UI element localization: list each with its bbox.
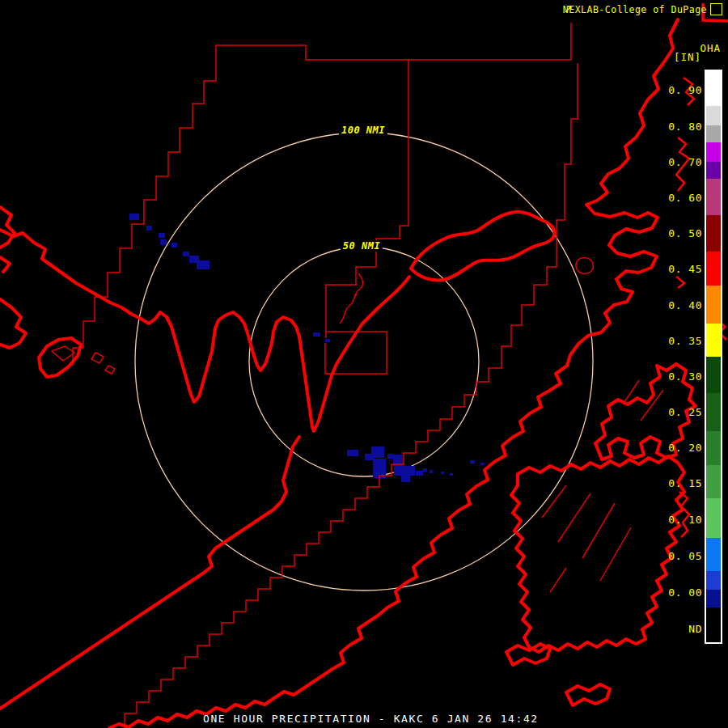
scale-segment — [706, 357, 721, 393]
precip-echo-central-cluster — [401, 475, 410, 482]
precipitation-echoes — [129, 214, 485, 482]
scale-segment — [706, 538, 721, 571]
precip-echo-northwest-streak — [146, 226, 152, 231]
small-islands-west — [52, 346, 115, 374]
scale-segment — [706, 215, 721, 252]
scale-segment — [706, 286, 721, 324]
scale-segment — [706, 498, 721, 538]
boundary-stair-northwest — [73, 45, 281, 366]
scale-segment — [706, 125, 721, 142]
river-detail — [340, 273, 363, 324]
scale-label: 0. 00 — [637, 586, 702, 599]
product-title: ONE HOUR PRECIPITATION - KAKC 6 JAN 26 1… — [203, 713, 539, 725]
scale-segment — [706, 106, 721, 125]
scale-segment — [706, 431, 721, 465]
precip-echo-central-cluster — [347, 450, 358, 456]
range-rings — [135, 133, 593, 590]
precip-echo-small-spots — [325, 339, 330, 342]
precip-echo-northwest-streak — [159, 233, 165, 238]
scale-segment — [706, 324, 721, 357]
scale-label: 0. 70 — [637, 156, 702, 168]
precip-echo-central-cluster — [394, 466, 415, 476]
precip-echo-central-cluster — [423, 468, 427, 472]
precip-echo-central-cluster — [441, 472, 444, 474]
precip-echo-northwest-streak — [160, 239, 167, 245]
scale-label: ND — [637, 623, 702, 635]
scale-label: 0. 10 — [637, 514, 702, 526]
scale-label: 0. 30 — [637, 370, 702, 383]
scale-label: 0. 80 — [637, 121, 702, 133]
precip-echo-northwest-streak — [183, 252, 189, 256]
trinity-islands — [506, 644, 610, 705]
scale-segment — [706, 393, 721, 431]
units-label: [IN] — [674, 51, 701, 63]
scale-segment — [706, 179, 721, 215]
precip-echo-central-cluster — [416, 471, 423, 476]
scale-label: 0. 25 — [637, 406, 702, 418]
scale-segment — [706, 162, 721, 179]
precip-echo-central-cluster — [480, 463, 485, 465]
scale-label: 0. 40 — [637, 299, 702, 311]
nexlab-logo-icon — [710, 3, 722, 15]
bristol-bay-coast — [0, 230, 409, 431]
precip-echo-northwest-streak — [171, 243, 177, 248]
precip-echo-northwest-streak — [129, 214, 139, 220]
scale-label: 0. 60 — [637, 192, 702, 204]
precip-echo-central-cluster — [371, 447, 384, 458]
precip-echo-central-cluster — [430, 470, 433, 473]
precip-echo-central-cluster — [387, 454, 393, 459]
scale-segment — [706, 252, 721, 286]
scale-segment — [706, 590, 721, 607]
radar-display: NEXLAB-College of DuPage OHA [IN] 100 NM… — [0, 0, 728, 728]
precip-echo-small-spots — [313, 332, 320, 336]
scale-segment — [706, 465, 721, 498]
boundary-top — [281, 23, 571, 60]
scale-label: 0. 35 — [637, 335, 702, 347]
range-ring-100nmi — [135, 133, 593, 590]
scale-label: 0. 45 — [637, 263, 702, 275]
scale-label: 0. 90 — [637, 84, 702, 96]
west-edge-coast-fragments — [0, 207, 26, 348]
product-code-label: OHA — [700, 42, 721, 54]
scale-label: 0. 20 — [637, 442, 702, 454]
precip-echo-central-cluster — [450, 473, 453, 476]
scale-label: 0. 50 — [637, 227, 702, 239]
precip-echo-northwest-streak — [197, 260, 210, 269]
radar-map — [0, 0, 728, 728]
precip-echo-central-cluster — [470, 460, 475, 463]
precip-color-scale — [705, 70, 722, 644]
small-lake-outline — [576, 258, 593, 274]
scale-segment — [706, 607, 721, 642]
header: NEXLAB-College of DuPage — [563, 4, 722, 15]
brand-title: NEXLAB-College of DuPage — [563, 4, 707, 15]
range-ring-label-100nmi: 100 NMI — [339, 125, 387, 136]
scale-segment — [706, 142, 721, 162]
scale-label: 0. 05 — [637, 550, 702, 562]
scale-segment — [706, 571, 721, 590]
scale-segment — [706, 71, 721, 106]
range-ring-label-50nmi: 50 NMI — [341, 240, 383, 252]
scale-label: 0. 15 — [637, 477, 702, 489]
peninsula-west-coast — [0, 437, 299, 709]
